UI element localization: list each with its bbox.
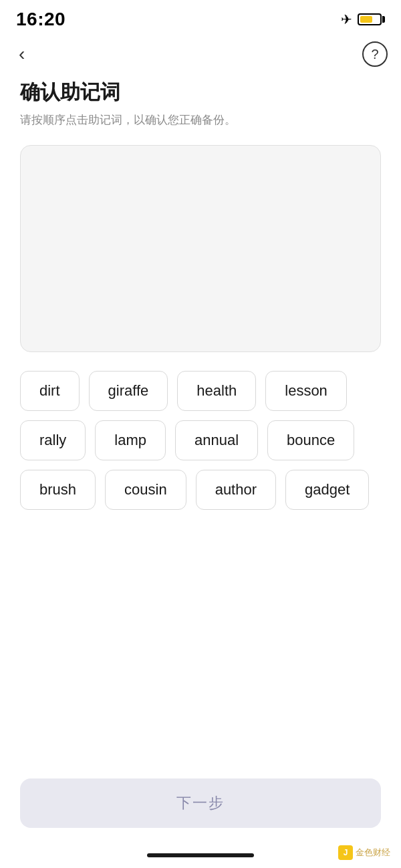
word-chip-gadget[interactable]: gadget: [285, 470, 369, 510]
help-button[interactable]: ?: [362, 41, 388, 67]
words-container: dirtgiraffehealthlessonrallylampannualbo…: [20, 371, 381, 517]
word-chip-health[interactable]: health: [177, 371, 256, 411]
word-chip-lamp[interactable]: lamp: [95, 420, 166, 460]
word-chip-bounce[interactable]: bounce: [267, 420, 354, 460]
watermark: J 金色财经: [338, 845, 390, 860]
word-chip-lesson[interactable]: lesson: [265, 371, 347, 411]
selection-area: [20, 145, 381, 352]
word-chip-annual[interactable]: annual: [175, 420, 258, 460]
next-btn-wrapper: 下一步: [0, 778, 401, 828]
status-icons: ✈: [341, 11, 385, 27]
word-chip-giraffe[interactable]: giraffe: [89, 371, 168, 411]
airplane-icon: ✈: [341, 11, 352, 27]
page-content: 确认助记词 请按顺序点击助记词，以确认您正确备份。 dirtgiraffehea…: [0, 72, 401, 517]
word-chip-rally[interactable]: rally: [20, 420, 86, 460]
status-bar: 16:20 ✈: [0, 0, 401, 36]
home-indicator: [147, 853, 254, 857]
watermark-text: 金色财经: [356, 847, 390, 859]
watermark-icon: J: [338, 845, 353, 860]
word-chip-cousin[interactable]: cousin: [105, 470, 186, 510]
word-chip-dirt[interactable]: dirt: [20, 371, 80, 411]
page-subtitle: 请按顺序点击助记词，以确认您正确备份。: [20, 112, 381, 129]
back-button[interactable]: ‹: [13, 42, 30, 66]
nav-bar: ‹ ?: [0, 36, 401, 72]
page-title: 确认助记词: [20, 79, 381, 106]
word-chip-author[interactable]: author: [196, 470, 276, 510]
word-chip-brush[interactable]: brush: [20, 470, 96, 510]
status-time: 16:20: [16, 9, 65, 30]
next-button[interactable]: 下一步: [20, 778, 381, 828]
battery-icon: [358, 13, 385, 25]
